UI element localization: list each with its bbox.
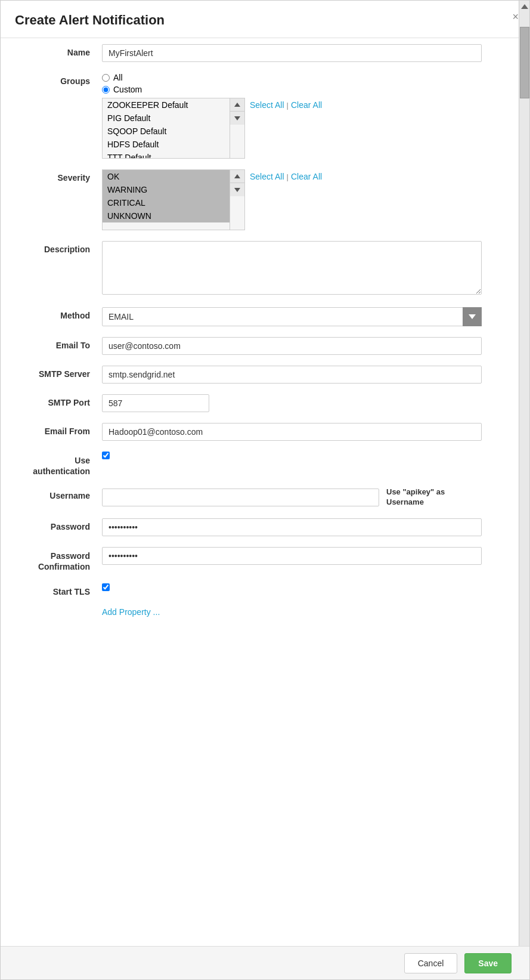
start-tls-control <box>102 583 482 591</box>
groups-listbox-wrap: ZOOKEEPER Default PIG Default SQOOP Defa… <box>102 98 245 159</box>
email-from-label: Email From <box>18 423 102 436</box>
smtp-server-label: SMTP Server <box>18 366 102 379</box>
smtp-port-input[interactable] <box>102 394 209 412</box>
close-button[interactable]: × <box>512 11 519 22</box>
description-label: Description <box>18 241 102 254</box>
groups-scroll-up[interactable] <box>230 98 244 112</box>
scrollbar-thumb[interactable] <box>520 27 529 98</box>
severity-list: OK WARNING CRITICAL UNKNOWN <box>103 170 230 222</box>
email-from-control <box>102 423 482 441</box>
arrow-up-icon <box>234 174 240 178</box>
start-tls-checkbox[interactable] <box>102 583 110 591</box>
radio-custom-label: Custom <box>113 85 142 94</box>
password-confirm-control <box>102 547 482 565</box>
separator: | <box>287 172 289 181</box>
severity-row: Severity OK WARNING CRITICAL UNKNOWN <box>18 169 482 230</box>
smtp-server-input[interactable] <box>102 366 482 384</box>
severity-select-all-button[interactable]: Select All <box>250 172 284 181</box>
list-item[interactable]: SQOOP Default <box>103 125 230 138</box>
name-control <box>102 44 482 62</box>
description-control <box>102 241 482 296</box>
name-input[interactable] <box>102 44 482 62</box>
save-button[interactable]: Save <box>464 953 512 973</box>
method-select-wrap: EMAIL SNMP PAGERDUTY <box>102 307 482 326</box>
radio-custom[interactable]: Custom <box>102 85 482 94</box>
radio-all[interactable]: All <box>102 73 482 82</box>
description-textarea[interactable] <box>102 241 482 295</box>
list-item[interactable]: WARNING <box>103 183 230 196</box>
email-to-input[interactable] <box>102 337 482 355</box>
groups-label: Groups <box>18 73 102 86</box>
email-from-input[interactable] <box>102 423 482 441</box>
list-item[interactable]: CRITICAL <box>103 196 230 209</box>
severity-listbox[interactable]: OK WARNING CRITICAL UNKNOWN <box>103 170 230 230</box>
groups-scroll-down[interactable] <box>230 112 244 125</box>
radio-all-input[interactable] <box>102 74 110 82</box>
scroll-up-arrow[interactable] <box>521 4 528 9</box>
radio-custom-input[interactable] <box>102 86 110 94</box>
username-hint: Use "apikey" as Username <box>386 487 482 508</box>
severity-listbox-container: OK WARNING CRITICAL UNKNOWN <box>102 169 482 230</box>
username-row: Username Use "apikey" as Username <box>18 487 482 508</box>
groups-listbox[interactable]: ZOOKEEPER Default PIG Default SQOOP Defa… <box>103 98 230 158</box>
smtp-port-label: SMTP Port <box>18 394 102 407</box>
severity-scroll-up[interactable] <box>230 170 244 183</box>
use-auth-label: Use authentication <box>18 452 102 477</box>
arrow-down-icon <box>234 116 240 120</box>
smtp-port-control <box>102 394 482 412</box>
groups-select-all-button[interactable]: Select All <box>250 100 284 110</box>
severity-clear-all-button[interactable]: Clear All <box>291 172 322 181</box>
list-item[interactable]: ZOOKEEPER Default <box>103 98 230 112</box>
password-input[interactable] <box>102 518 482 536</box>
smtp-server-control <box>102 366 482 384</box>
add-property-spacer <box>18 607 102 611</box>
password-confirm-label: Password Confirmation <box>18 547 102 572</box>
method-label: Method <box>18 307 102 320</box>
cancel-button[interactable]: Cancel <box>404 953 458 973</box>
scrollbar[interactable] <box>519 1 529 979</box>
list-item[interactable]: HDFS Default <box>103 138 230 151</box>
username-input[interactable] <box>102 489 379 506</box>
groups-scroll-arrows <box>230 98 244 158</box>
groups-row: Groups All Custom <box>18 73 482 159</box>
email-to-label: Email To <box>18 337 102 350</box>
password-label: Password <box>18 518 102 531</box>
dialog-footer: Cancel Save <box>1 946 529 979</box>
severity-scroll-arrows <box>230 170 244 230</box>
groups-control: All Custom ZOOKEEPER Default <box>102 73 482 159</box>
severity-scroll-down[interactable] <box>230 183 244 196</box>
separator: | <box>287 101 289 110</box>
severity-listbox-wrap: OK WARNING CRITICAL UNKNOWN <box>102 169 245 230</box>
name-row: Name <box>18 44 482 62</box>
list-item[interactable]: TTT Default <box>103 151 230 158</box>
method-row: Method EMAIL SNMP PAGERDUTY <box>18 307 482 326</box>
password-control <box>102 518 482 536</box>
smtp-port-row: SMTP Port <box>18 394 482 412</box>
add-property-button[interactable]: Add Property ... <box>102 607 160 617</box>
groups-radio-group: All Custom <box>102 73 482 94</box>
use-auth-checkbox-item <box>102 452 482 459</box>
dialog: Create Alert Notification × Name Groups … <box>0 0 530 980</box>
method-select[interactable]: EMAIL SNMP PAGERDUTY <box>102 307 482 326</box>
smtp-server-row: SMTP Server <box>18 366 482 384</box>
start-tls-row: Start TLS <box>18 583 482 596</box>
password-row: Password <box>18 518 482 536</box>
severity-label: Severity <box>18 169 102 183</box>
add-property-control: Add Property ... <box>102 607 482 617</box>
name-label: Name <box>18 44 102 57</box>
method-control: EMAIL SNMP PAGERDUTY <box>102 307 482 326</box>
list-item[interactable]: OK <box>103 170 230 183</box>
password-confirm-input[interactable] <box>102 547 482 565</box>
use-auth-control <box>102 452 482 459</box>
start-tls-label: Start TLS <box>18 583 102 596</box>
severity-control: OK WARNING CRITICAL UNKNOWN <box>102 169 482 230</box>
groups-listbox-container: ZOOKEEPER Default PIG Default SQOOP Defa… <box>102 98 482 159</box>
list-item[interactable]: UNKNOWN <box>103 209 230 222</box>
use-auth-checkbox[interactable] <box>102 452 110 459</box>
arrow-up-icon <box>234 103 240 107</box>
groups-clear-all-button[interactable]: Clear All <box>291 100 322 110</box>
password-confirm-row: Password Confirmation <box>18 547 482 572</box>
username-label: Username <box>18 487 102 500</box>
list-item[interactable]: PIG Default <box>103 112 230 125</box>
start-tls-checkbox-item <box>102 583 482 591</box>
